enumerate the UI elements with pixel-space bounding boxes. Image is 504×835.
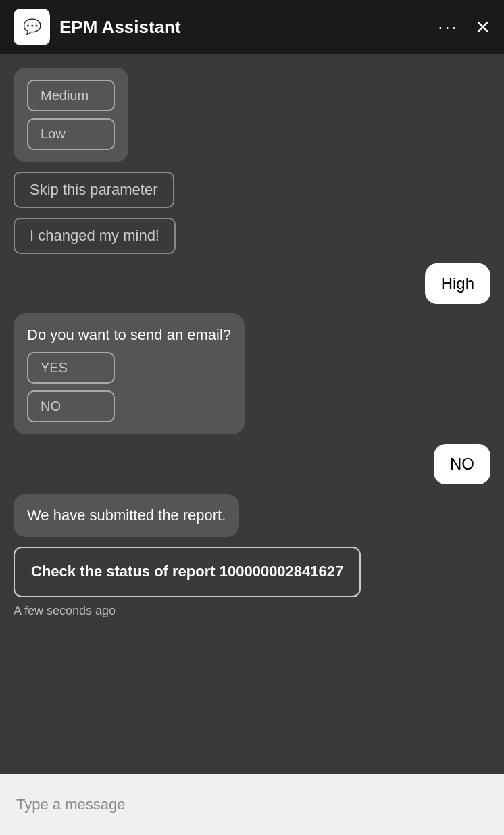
email-question-text: Do you want to send an email?: [27, 326, 231, 345]
app-header: 💬 EPM Assistant ··· ✕: [0, 0, 504, 54]
skip-parameter-button[interactable]: Skip this parameter: [14, 172, 174, 208]
chat-icon: 💬: [23, 18, 41, 36]
user-message-no-text: NO: [450, 455, 474, 473]
medium-option-button[interactable]: Medium: [27, 80, 115, 111]
yes-button[interactable]: YES: [27, 352, 115, 384]
app-icon: 💬: [14, 9, 50, 45]
chat-area: Medium Low Skip this parameter I changed…: [0, 54, 504, 774]
submitted-bubble: We have submitted the report.: [14, 494, 239, 538]
user-message-high: High: [425, 263, 490, 304]
input-area: [0, 774, 504, 835]
email-bubble: Do you want to send an email? YES NO: [14, 313, 245, 434]
message-input[interactable]: [16, 796, 488, 813]
submitted-text: We have submitted the report.: [27, 507, 226, 524]
changed-mind-button[interactable]: I changed my mind!: [14, 218, 176, 254]
user-message-no: NO: [434, 444, 490, 484]
close-button[interactable]: ✕: [475, 16, 490, 39]
check-status-text: Check the status of report 1000000028416…: [31, 563, 343, 580]
no-button[interactable]: NO: [27, 390, 115, 422]
app-title: EPM Assistant: [59, 17, 438, 38]
more-options-button[interactable]: ···: [438, 17, 459, 38]
check-status-card[interactable]: Check the status of report 1000000028416…: [14, 547, 361, 597]
timestamp: A few seconds ago: [14, 604, 116, 618]
user-message-high-text: High: [441, 274, 474, 293]
low-option-button[interactable]: Low: [27, 118, 115, 150]
priority-bubble: Medium Low: [14, 68, 128, 162]
